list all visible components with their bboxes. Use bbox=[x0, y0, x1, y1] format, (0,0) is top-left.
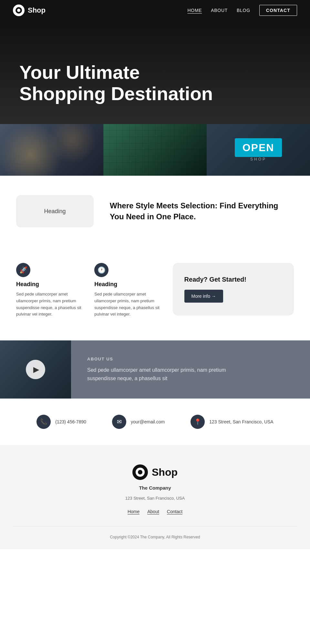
play-button[interactable]: ▶ bbox=[26, 360, 45, 379]
contact-address: 📍 123 Street, San Francisco, USA bbox=[191, 415, 273, 429]
nav-about[interactable]: ABOUT bbox=[211, 8, 228, 13]
shop-image-1 bbox=[0, 124, 103, 176]
phone-icon: 📞 bbox=[36, 415, 51, 429]
heading-box-label: Heading bbox=[44, 208, 66, 215]
about-video: ▶ bbox=[0, 340, 71, 399]
style-section: Heading Where Style Meets Selection: Fin… bbox=[0, 176, 310, 247]
feature-heading-2: Heading bbox=[94, 281, 160, 288]
footer-link-contact[interactable]: Contact bbox=[167, 509, 182, 514]
navigation: HOME ABOUT BLOG CONTACT bbox=[187, 5, 297, 16]
play-icon: ▶ bbox=[33, 365, 39, 374]
svg-point-2 bbox=[17, 9, 20, 12]
about-label: ABOUT US bbox=[87, 357, 294, 361]
footer-company: The Company bbox=[139, 485, 171, 491]
email-text: your@email.com bbox=[131, 419, 165, 424]
shop-image-3: OPEN SHOP bbox=[207, 124, 310, 176]
hero-section: Your Ultimate Shopping Destination bbox=[0, 21, 310, 124]
location-icon: 📍 bbox=[191, 415, 205, 429]
shop-images: OPEN SHOP bbox=[0, 124, 310, 176]
footer-link-about[interactable]: About bbox=[147, 509, 159, 514]
footer-link-home[interactable]: Home bbox=[128, 509, 140, 514]
open-sign: OPEN bbox=[235, 138, 282, 157]
shop-label: SHOP bbox=[235, 157, 282, 161]
feature-item-1: 🚀 Heading Sed pede ullamcorper amet ulla… bbox=[16, 263, 81, 318]
logo-text: Shop bbox=[28, 6, 46, 15]
rocket-icon: 🚀 bbox=[19, 266, 27, 274]
cta-title: Ready? Get Started! bbox=[184, 276, 282, 283]
feature-text-2: Sed pede ullamcorper amet ullamcorper pr… bbox=[94, 291, 160, 318]
footer-logo-text: Shop bbox=[152, 466, 178, 478]
footer-logo-icon bbox=[132, 464, 148, 480]
about-text: Sed pede ullamcorper amet ullamcorper pr… bbox=[87, 366, 249, 382]
svg-point-5 bbox=[138, 470, 142, 474]
contact-phone: 📞 (123) 456-7890 bbox=[36, 415, 86, 429]
footer-links: Home About Contact bbox=[128, 509, 182, 514]
feature-text-1: Sed pede ullamcorper amet ullamcorper pr… bbox=[16, 291, 81, 318]
clock-icon: 🕐 bbox=[98, 266, 106, 274]
email-icon: ✉ bbox=[112, 415, 126, 429]
footer-divider bbox=[13, 526, 297, 526]
features-section: 🚀 Heading Sed pede ullamcorper amet ulla… bbox=[0, 247, 310, 340]
contact-email: ✉ your@email.com bbox=[112, 415, 165, 429]
phone-text: (123) 456-7890 bbox=[55, 419, 86, 424]
feature-icon-1: 🚀 bbox=[16, 263, 30, 277]
logo-icon bbox=[13, 5, 25, 16]
header: Shop HOME ABOUT BLOG CONTACT bbox=[0, 0, 310, 21]
footer-copyright: Copyright ©2024 The Company, All Rights … bbox=[110, 535, 200, 539]
contact-info-section: 📞 (123) 456-7890 ✉ your@email.com 📍 123 … bbox=[0, 399, 310, 445]
about-content: ABOUT US Sed pede ullamcorper amet ullam… bbox=[71, 340, 310, 399]
feature-item-2: 🕐 Heading Sed pede ullamcorper amet ulla… bbox=[94, 263, 160, 318]
address-text: 123 Street, San Francisco, USA bbox=[209, 419, 273, 424]
feature-heading-1: Heading bbox=[16, 281, 81, 288]
more-info-button[interactable]: More info → bbox=[184, 290, 223, 303]
cta-box: Ready? Get Started! More info → bbox=[173, 263, 294, 316]
about-section: ▶ ABOUT US Sed pede ullamcorper amet ull… bbox=[0, 340, 310, 399]
nav-blog[interactable]: BLOG bbox=[237, 8, 250, 13]
style-tagline: Where Style Meets Selection: Find Everyt… bbox=[110, 200, 294, 222]
feature-icon-2: 🕐 bbox=[94, 263, 108, 277]
about-video-bg: ▶ bbox=[0, 340, 71, 399]
footer: Shop The Company 123 Street, San Francis… bbox=[0, 445, 310, 549]
nav-home[interactable]: HOME bbox=[187, 8, 202, 13]
contact-button[interactable]: CONTACT bbox=[259, 5, 297, 16]
footer-logo[interactable]: Shop bbox=[132, 464, 178, 480]
footer-address: 123 Street, San Francisco, USA bbox=[125, 496, 185, 501]
logo[interactable]: Shop bbox=[13, 5, 46, 16]
hero-title: Your Ultimate Shopping Destination bbox=[19, 62, 220, 105]
heading-box: Heading bbox=[16, 195, 94, 227]
shop-image-2 bbox=[103, 124, 207, 176]
